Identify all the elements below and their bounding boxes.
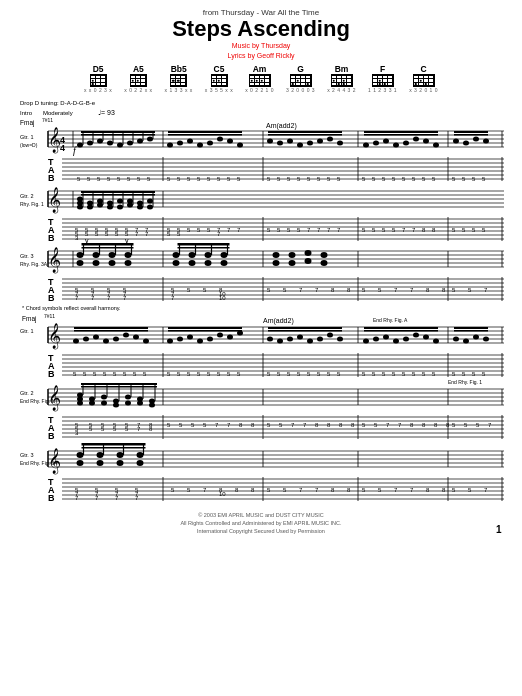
svg-text:Am(add2): Am(add2) xyxy=(266,122,297,130)
svg-point-383 xyxy=(423,335,429,340)
svg-point-281 xyxy=(321,260,328,266)
svg-text:(low=D): (low=D) xyxy=(20,142,38,148)
svg-point-372 xyxy=(327,333,333,338)
chord-F: F xyxy=(368,64,397,94)
svg-text:Intro: Intro xyxy=(20,110,33,116)
svg-rect-69 xyxy=(364,131,438,133)
svg-point-31 xyxy=(137,139,143,144)
svg-text:7#11: 7#11 xyxy=(42,117,53,123)
svg-text:B: B xyxy=(48,233,55,243)
svg-text:Gtr. 2: Gtr. 2 xyxy=(20,390,33,396)
svg-point-463 xyxy=(101,395,107,400)
svg-point-381 xyxy=(403,337,409,342)
svg-point-560 xyxy=(137,460,144,466)
svg-point-160 xyxy=(137,201,143,206)
svg-point-29 xyxy=(127,141,133,146)
svg-point-382 xyxy=(413,333,419,338)
svg-text:Drop D tuning: D-A-D-G-B-e: Drop D tuning: D-A-D-G-B-e xyxy=(20,100,96,106)
svg-point-242 xyxy=(77,260,84,266)
svg-point-252 xyxy=(125,252,132,258)
svg-rect-478 xyxy=(81,386,157,388)
svg-rect-386 xyxy=(364,330,438,332)
svg-point-142 xyxy=(77,197,83,202)
sheet-music-body: Drop D tuning: D-A-D-G-B-e Intro Moderat… xyxy=(18,95,504,585)
svg-point-267 xyxy=(221,252,228,258)
svg-point-348 xyxy=(123,333,129,338)
header: from Thursday - War All the Time Steps A… xyxy=(18,8,504,61)
svg-point-349 xyxy=(133,335,139,340)
svg-rect-77 xyxy=(454,134,488,136)
svg-text:7#11: 7#11 xyxy=(44,313,55,319)
svg-point-377 xyxy=(363,339,369,344)
svg-text:♩= 93: ♩= 93 xyxy=(98,109,115,116)
svg-point-52 xyxy=(287,139,293,144)
svg-point-345 xyxy=(93,335,99,340)
svg-point-390 xyxy=(463,339,469,344)
svg-point-74 xyxy=(473,137,479,142)
svg-point-384 xyxy=(433,339,439,344)
svg-point-278 xyxy=(289,252,296,258)
svg-point-246 xyxy=(93,252,100,258)
svg-point-75 xyxy=(483,139,489,144)
notation-svg: Drop D tuning: D-A-D-G-B-e Intro Moderat… xyxy=(18,95,504,585)
svg-point-282 xyxy=(321,252,328,258)
svg-text:B: B xyxy=(48,431,55,441)
svg-point-148 xyxy=(97,199,103,204)
lyrics-by: Lyrics by Geoff Rickly xyxy=(228,52,295,59)
svg-point-264 xyxy=(205,252,212,258)
svg-point-367 xyxy=(277,339,283,344)
svg-point-366 xyxy=(267,337,273,342)
svg-point-50 xyxy=(267,139,273,144)
svg-text:B: B xyxy=(48,293,55,303)
svg-rect-385 xyxy=(364,327,438,329)
svg-rect-363 xyxy=(168,330,242,332)
svg-point-279 xyxy=(305,258,312,264)
svg-point-370 xyxy=(307,339,313,344)
svg-point-157 xyxy=(127,199,133,204)
svg-point-62 xyxy=(373,141,379,146)
svg-rect-36 xyxy=(81,134,155,136)
svg-text:Gtr. 3: Gtr. 3 xyxy=(20,253,33,259)
svg-point-469 xyxy=(125,395,131,400)
svg-point-460 xyxy=(89,397,95,402)
svg-text:Moderately: Moderately xyxy=(43,110,73,116)
svg-text:𝄞: 𝄞 xyxy=(48,448,61,475)
svg-point-358 xyxy=(207,337,213,342)
chord-C: C xyxy=(409,64,438,94)
svg-text:© 2003 EMI APRIL MUSIC and DUS: © 2003 EMI APRIL MUSIC and DUST CITY MUS… xyxy=(198,512,324,518)
svg-text:1: 1 xyxy=(496,524,502,535)
svg-point-33 xyxy=(147,137,153,142)
svg-point-66 xyxy=(413,137,419,142)
chord-C5: C5 x 3 5 5 x x xyxy=(205,64,233,94)
svg-rect-47 xyxy=(168,134,242,136)
svg-point-44 xyxy=(227,139,233,144)
svg-point-389 xyxy=(453,337,459,342)
svg-point-23 xyxy=(97,139,103,144)
svg-rect-76 xyxy=(454,131,488,133)
svg-point-21 xyxy=(87,141,93,146)
svg-point-280 xyxy=(305,250,312,256)
svg-point-162 xyxy=(147,205,153,210)
svg-text:Fmaj: Fmaj xyxy=(20,119,34,127)
svg-point-63 xyxy=(383,139,389,144)
svg-point-368 xyxy=(287,337,293,342)
credits: Music by Thursday Lyrics by Geoff Rickly xyxy=(18,41,504,61)
svg-point-27 xyxy=(117,143,123,148)
svg-text:Rhy. Fig. 1: Rhy. Fig. 1 xyxy=(20,201,44,207)
svg-text:All Rights Controlled and Admi: All Rights Controlled and Administered b… xyxy=(180,520,342,526)
svg-rect-59 xyxy=(268,134,342,136)
svg-point-257 xyxy=(173,260,180,266)
svg-point-154 xyxy=(117,199,123,204)
svg-rect-564 xyxy=(82,447,146,449)
svg-point-258 xyxy=(173,252,180,258)
svg-point-360 xyxy=(227,335,233,340)
svg-text:End Rhy. Fig. A: End Rhy. Fig. A xyxy=(373,317,408,323)
svg-point-552 xyxy=(77,452,84,458)
svg-text:Gtr. 3: Gtr. 3 xyxy=(20,452,33,458)
chord-Am: Am xyxy=(245,64,274,94)
chord-A5: A5 x 0 2 2 x x xyxy=(124,64,152,94)
svg-point-249 xyxy=(109,252,116,258)
svg-point-561 xyxy=(137,452,144,458)
svg-point-275 xyxy=(273,260,280,266)
svg-rect-166 xyxy=(81,194,155,196)
